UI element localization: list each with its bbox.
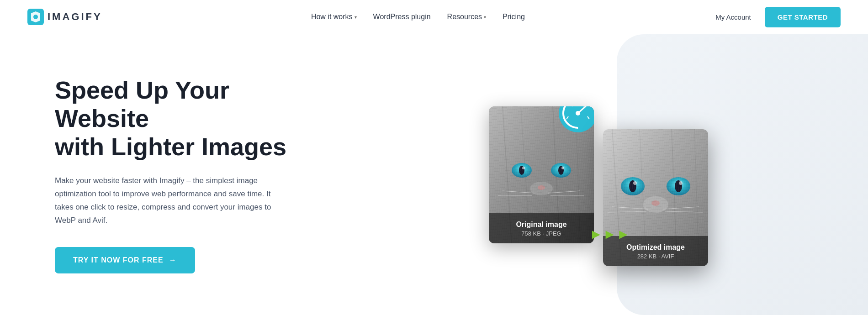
- get-started-button[interactable]: GET STARTED: [765, 7, 841, 27]
- hero-right: Original image 758 KB · JPEG: [329, 34, 868, 315]
- nav-pricing[interactable]: Pricing: [503, 13, 525, 21]
- nav-links: How it works ▾ WordPress plugin Resource…: [121, 13, 716, 21]
- nav-how-it-works[interactable]: How it works ▾: [311, 13, 357, 21]
- nav-wordpress-plugin[interactable]: WordPress plugin: [373, 13, 431, 21]
- original-label-meta: 758 KB · JPEG: [492, 230, 590, 237]
- arrow-1: ►: [589, 227, 603, 241]
- hero-left: Speed Up Your Website with Lighter Image…: [0, 48, 329, 301]
- hero-title: Speed Up Your Website with Lighter Image…: [55, 76, 302, 161]
- arrows-container: ► ► ►: [589, 227, 630, 241]
- optimized-image-card: Optimized image 282 KB · AVIF: [603, 129, 708, 266]
- main-content: Speed Up Your Website with Lighter Image…: [0, 34, 868, 315]
- optimized-label-meta: 282 KB · AVIF: [607, 253, 704, 260]
- optimized-label-title: Optimized image: [607, 243, 704, 252]
- nav-right: My Account GET STARTED: [715, 7, 841, 27]
- original-label-title: Original image: [492, 220, 590, 229]
- svg-point-22: [576, 111, 580, 116]
- svg-point-1: [33, 15, 38, 19]
- hero-description: Make your website faster with Imagify – …: [55, 174, 274, 227]
- my-account-link[interactable]: My Account: [715, 13, 751, 21]
- speed-icon-wrapper: [557, 106, 594, 134]
- navbar: IMAGIFY How it works ▾ WordPress plugin …: [0, 0, 868, 34]
- arrow-2: ►: [603, 227, 617, 241]
- imagify-logo-icon: [27, 9, 44, 25]
- try-free-button[interactable]: TRY IT NOW FOR FREE →: [55, 247, 195, 273]
- original-image-label: Original image 758 KB · JPEG: [489, 213, 594, 243]
- chevron-down-icon: ▾: [484, 15, 486, 20]
- speed-gauge-icon: [557, 106, 594, 134]
- logo[interactable]: IMAGIFY: [27, 9, 102, 25]
- logo-text: IMAGIFY: [48, 11, 102, 23]
- nav-resources[interactable]: Resources ▾: [447, 13, 486, 21]
- chevron-down-icon: ▾: [355, 15, 357, 20]
- image-comparison: Original image 758 KB · JPEG: [489, 106, 708, 266]
- arrow-3: ►: [616, 227, 630, 241]
- original-image-card: Original image 758 KB · JPEG: [489, 106, 594, 243]
